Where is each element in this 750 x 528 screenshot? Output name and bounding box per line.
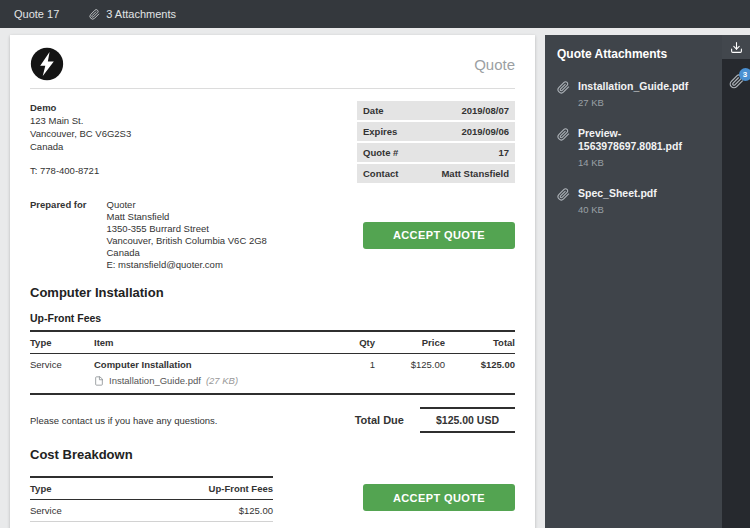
item-attachment-size: (27 KB) [206, 375, 238, 386]
cost-header-row: Type Up-Front Fees [30, 478, 273, 500]
cost-row-service: Service $125.00 [30, 500, 273, 522]
item-attachment-link[interactable]: Installation_Guide.pdf (27 KB) [30, 373, 515, 393]
item-row: Service Computer Installation 1 $125.00 … [30, 354, 515, 373]
attachments-toggle-label: 3 Attachments [106, 8, 176, 20]
paperclip-icon [89, 9, 100, 20]
quote-document: Quote Demo 123 Main St. Vancouver, BC V6… [10, 35, 535, 528]
company-phone: T: 778-400-8721 [30, 164, 131, 177]
prepared-line: Canada [107, 247, 267, 259]
file-name: Preview-1563978697.8081.pdf [578, 127, 682, 152]
quote-tab[interactable]: Quote 17 [14, 8, 59, 20]
company-address-line: Vancouver, BC V6G2S3 [30, 127, 131, 140]
prepared-line: Matt Stansfield [107, 211, 267, 223]
total-due: Total Due $125.00 USD [355, 407, 515, 433]
item-qty: 1 [317, 359, 375, 370]
meta-value: 2019/08/07 [461, 105, 509, 116]
file-name: Installation_Guide.pdf [578, 80, 688, 92]
prepared-for-label: Prepared for [30, 199, 87, 271]
fees-subtitle: Up-Front Fees [30, 312, 515, 324]
meta-row-date: Date 2019/08/07 [357, 101, 515, 120]
attachments-panel-button[interactable]: 3 [729, 74, 744, 89]
prepared-email: E: mstansfield@quoter.com [107, 259, 267, 271]
col-qty: Qty [317, 337, 375, 348]
accept-button-col-2: ACCEPT QUOTE [363, 484, 515, 528]
paperclip-icon [557, 81, 570, 94]
prepared-line: 1350-355 Burrard Street [107, 223, 267, 235]
prepared-line: Quoter [107, 199, 267, 211]
quote-tab-label: Quote 17 [14, 8, 59, 20]
meta-label: Expires [363, 126, 397, 137]
main-content: Quote Demo 123 Main St. Vancouver, BC V6… [0, 28, 750, 528]
cost-breakdown-title: Cost Breakdown [30, 447, 515, 462]
accept-quote-button-2[interactable]: ACCEPT QUOTE [363, 484, 515, 511]
sidebar-attachment-item[interactable]: Preview-1563978697.8081.pdf 14 KB [545, 118, 722, 178]
company-logo-icon [30, 47, 64, 81]
prepared-for-details: Quoter Matt Stansfield 1350-355 Burrard … [107, 199, 267, 271]
meta-label: Contact [363, 168, 398, 179]
meta-row-quote-number: Quote # 17 [357, 143, 515, 162]
cost-row-total: Total $125.00 USD [30, 522, 273, 528]
top-bar: Quote 17 3 Attachments [0, 0, 750, 28]
attachments-toggle[interactable]: 3 Attachments [89, 8, 176, 20]
company-meta-row: Demo 123 Main St. Vancouver, BC V6G2S3 C… [30, 101, 515, 185]
document-title: Quote [474, 56, 515, 73]
item-total: $125.00 [445, 359, 515, 370]
note-total-row: Please contact us if you have any questi… [30, 407, 515, 433]
meta-value: 2019/09/06 [461, 126, 509, 137]
download-all-button[interactable] [722, 35, 750, 59]
attachments-count-badge: 3 [739, 68, 750, 81]
item-price: $125.00 [375, 359, 445, 370]
items-header-row: Type Item Qty Price Total [30, 332, 515, 354]
meta-value: Matt Stansfield [441, 168, 509, 179]
meta-label: Quote # [363, 147, 398, 158]
sidebar-attachment-size: 27 KB [578, 96, 688, 109]
prepared-for-row: Prepared for Quoter Matt Stansfield 1350… [30, 199, 515, 271]
total-due-label: Total Due [355, 414, 404, 426]
item-type: Service [30, 359, 94, 370]
cost-col-fees: Up-Front Fees [209, 483, 273, 494]
sidebar-title: Quote Attachments [545, 35, 722, 71]
company-block: Demo 123 Main St. Vancouver, BC V6G2S3 C… [30, 101, 131, 185]
section-title: Computer Installation [30, 285, 515, 300]
accept-button-col: ACCEPT QUOTE [363, 199, 515, 271]
document-header: Quote [30, 47, 515, 89]
meta-row-contact: Contact Matt Stansfield [357, 164, 515, 183]
sidebar-attachment-name: Preview-1563978697.8081.pdf 14 KB [578, 127, 710, 169]
meta-value: 17 [498, 147, 509, 158]
quote-meta-table: Date 2019/08/07 Expires 2019/09/06 Quote… [357, 101, 515, 185]
col-total: Total [445, 337, 515, 348]
quote-document-wrap: Quote Demo 123 Main St. Vancouver, BC V6… [10, 35, 535, 528]
attachments-sidebar: Quote Attachments Installation_Guide.pdf… [545, 35, 722, 528]
item-attachment-name: Installation_Guide.pdf [109, 375, 201, 386]
paperclip-icon [557, 128, 570, 141]
cost-row-value: $125.00 [239, 505, 273, 516]
line-items-table: Type Item Qty Price Total Service Comput… [30, 330, 515, 395]
paperclip-icon [557, 188, 570, 201]
sidebar-attachment-item[interactable]: Installation_Guide.pdf 27 KB [545, 71, 722, 118]
prepared-for-block: Prepared for Quoter Matt Stansfield 1350… [30, 199, 267, 271]
file-name: Spec_Sheet.pdf [578, 187, 657, 199]
contact-note: Please contact us if you have any questi… [30, 415, 217, 426]
cost-col-type: Type [30, 483, 51, 494]
col-price: Price [375, 337, 445, 348]
cost-row-label: Service [30, 505, 62, 516]
company-address-line: Canada [30, 140, 131, 153]
meta-row-expires: Expires 2019/09/06 [357, 122, 515, 141]
item-name: Computer Installation [94, 359, 317, 370]
company-name: Demo [30, 101, 131, 114]
cost-breakdown-table: Type Up-Front Fees Service $125.00 Total… [30, 476, 273, 528]
sidebar-attachment-name: Installation_Guide.pdf 27 KB [578, 80, 688, 109]
sidebar-attachment-size: 40 KB [578, 203, 657, 216]
meta-label: Date [363, 105, 384, 116]
right-rail: 3 [722, 35, 750, 528]
file-icon [94, 376, 104, 386]
cost-breakdown-row: Type Up-Front Fees Service $125.00 Total… [30, 476, 515, 528]
prepared-line: Vancouver, British Columbia V6C 2G8 [107, 235, 267, 247]
download-icon [730, 41, 743, 54]
sidebar-attachment-size: 14 KB [578, 156, 710, 169]
company-address-line: 123 Main St. [30, 114, 131, 127]
col-item: Item [94, 337, 317, 348]
sidebar-attachment-name: Spec_Sheet.pdf 40 KB [578, 187, 657, 216]
sidebar-attachment-item[interactable]: Spec_Sheet.pdf 40 KB [545, 178, 722, 225]
accept-quote-button[interactable]: ACCEPT QUOTE [363, 222, 515, 249]
